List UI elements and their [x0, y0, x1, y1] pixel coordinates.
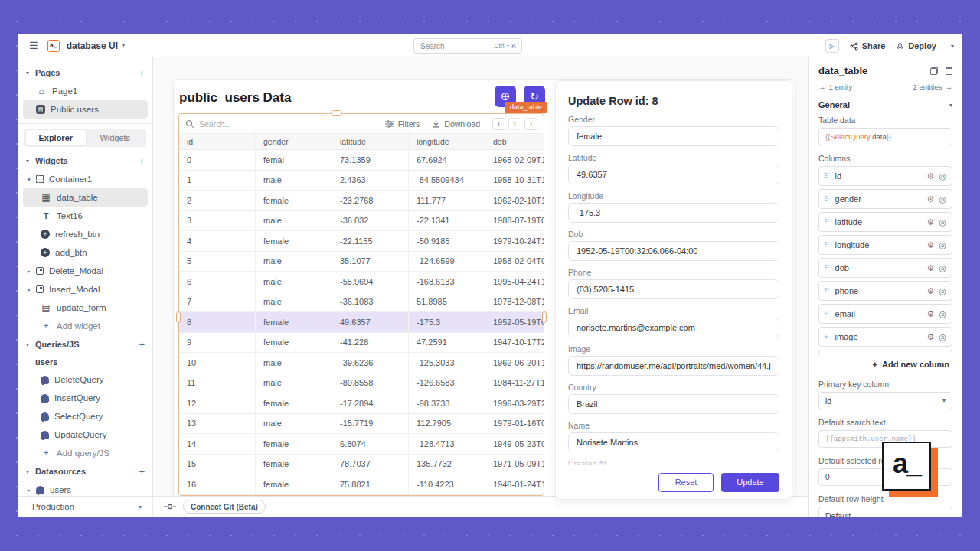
table-row[interactable]: 5male35.1077-124.65991958-02-04T07: [179, 252, 544, 272]
table-cell[interactable]: 1965-02-09T11: [485, 150, 544, 170]
table-cell[interactable]: female: [256, 455, 332, 474]
table-cell[interactable]: -55.9694: [332, 272, 409, 292]
table-row[interactable]: 14female6.8074-128.47131949-05-23T09: [179, 434, 544, 455]
form-field-input[interactable]: [568, 279, 779, 299]
add-query-button[interactable]: +: [139, 339, 145, 350]
primary-key-select[interactable]: id ▾: [818, 392, 952, 409]
gear-icon[interactable]: ⚙: [927, 171, 935, 181]
tree-item[interactable]: refresh_btn: [23, 225, 148, 243]
tree-item[interactable]: ▸ users: [23, 481, 148, 496]
drag-handle-icon[interactable]: ⠿: [825, 264, 830, 272]
table-cell[interactable]: 14: [179, 434, 256, 454]
table-cell[interactable]: 1962-06-20T13: [485, 353, 544, 373]
form-field-input[interactable]: [568, 126, 779, 146]
share-button[interactable]: Share: [850, 41, 886, 51]
pages-section-header[interactable]: ▾ Pages +: [18, 64, 152, 82]
table-cell[interactable]: 11: [179, 373, 256, 393]
table-row[interactable]: 0femal73.135967.69241965-02-09T11: [179, 150, 544, 171]
table-cell[interactable]: 78.7037: [332, 455, 409, 474]
table-row[interactable]: 7male-36.108351.89851978-12-08T10: [179, 292, 544, 313]
gear-icon[interactable]: ⚙: [927, 217, 935, 227]
table-column-header[interactable]: latitude: [332, 134, 409, 149]
table-cell[interactable]: 8: [179, 312, 256, 332]
tree-item[interactable]: Add query/JS: [23, 444, 148, 462]
deploy-menu-chevron-icon[interactable]: ▾: [951, 43, 954, 50]
table-cell[interactable]: male: [256, 373, 332, 393]
add-datasource-button[interactable]: +: [139, 466, 145, 478]
table-cell[interactable]: -41.228: [332, 333, 409, 353]
table-cell[interactable]: 75.8821: [332, 474, 409, 494]
table-cell[interactable]: 51.8985: [409, 292, 485, 312]
drag-handle-icon[interactable]: ⠿: [825, 333, 830, 341]
chevron-icon[interactable]: ▸: [28, 268, 36, 275]
table-cell[interactable]: -23.2768: [332, 191, 409, 210]
tab-widgets[interactable]: Widgets: [86, 130, 145, 145]
tree-item[interactable]: InsertQuery: [23, 389, 148, 407]
add-widget-button[interactable]: +: [139, 155, 145, 167]
eye-icon[interactable]: ◎: [939, 240, 946, 250]
tree-item[interactable]: Public.users: [23, 100, 148, 119]
chevron-icon[interactable]: ▾: [28, 176, 36, 183]
default-row-height-select[interactable]: Default: [818, 507, 952, 517]
table-cell[interactable]: -125.3033: [409, 353, 485, 373]
column-item[interactable]: ⠿ email ⚙ ◎: [818, 304, 952, 324]
chevron-icon[interactable]: ▸: [28, 487, 36, 494]
table-cell[interactable]: -84.5509434: [409, 171, 485, 191]
data-table-widget[interactable]: Search... Filters Download ‹: [178, 113, 544, 496]
add-page-button[interactable]: +: [139, 67, 145, 79]
copy-widget-button[interactable]: [930, 67, 938, 75]
column-item[interactable]: ⠿ phone ⚙ ◎: [818, 281, 952, 301]
table-cell[interactable]: 112.7905: [409, 414, 485, 434]
table-cell[interactable]: -168.6133: [409, 272, 485, 292]
tree-item[interactable]: add_btn: [23, 243, 148, 262]
deploy-button[interactable]: Deploy: [896, 41, 936, 51]
form-field-input[interactable]: [568, 165, 779, 184]
hamburger-menu-icon[interactable]: ☰: [29, 40, 38, 51]
table-cell[interactable]: 9: [179, 333, 256, 353]
prev-page-button[interactable]: ‹: [492, 118, 505, 130]
table-cell[interactable]: 4: [179, 231, 256, 251]
outgoing-entities-link[interactable]: 2 entities→: [913, 83, 952, 91]
gear-icon[interactable]: ⚙: [927, 240, 935, 250]
table-cell[interactable]: 2.4363: [332, 171, 409, 191]
table-column-header[interactable]: dob: [485, 134, 544, 149]
table-row[interactable]: 6male-55.9694-168.61331995-04-24T19: [179, 272, 544, 292]
table-cell[interactable]: 73.1359: [332, 150, 409, 170]
chevron-down-icon[interactable]: ▾: [26, 341, 35, 348]
table-cell[interactable]: 47.2591: [409, 333, 485, 353]
table-cell[interactable]: 1995-04-24T19: [485, 272, 544, 292]
table-column-header[interactable]: id: [179, 134, 256, 149]
gear-icon[interactable]: ⚙: [927, 194, 935, 204]
incoming-entities-link[interactable]: →1 entity: [818, 83, 852, 91]
table-cell[interactable]: -128.4713: [409, 434, 485, 454]
table-cell[interactable]: female: [256, 333, 332, 353]
app-name[interactable]: database UI: [67, 41, 118, 51]
table-data-binding-input[interactable]: {{SelectQuery.data}}: [818, 128, 952, 145]
table-cell[interactable]: 1952-05-19T04: [485, 312, 544, 332]
gear-icon[interactable]: ⚙: [927, 309, 935, 319]
table-cell[interactable]: -22.1155: [332, 231, 409, 251]
filters-button[interactable]: Filters: [385, 119, 420, 129]
column-item[interactable]: ⠿ id ⚙ ◎: [818, 166, 952, 186]
table-cell[interactable]: male: [256, 171, 332, 191]
tree-item[interactable]: data_table: [23, 188, 148, 207]
table-cell[interactable]: 111.777: [409, 191, 485, 210]
chevron-down-icon[interactable]: ▾: [122, 42, 125, 49]
resize-handle-right[interactable]: [542, 311, 547, 323]
tree-item[interactable]: SelectQuery: [23, 407, 148, 425]
drag-handle-icon[interactable]: ⠿: [825, 241, 830, 249]
table-cell[interactable]: 5: [179, 252, 256, 272]
column-item[interactable]: ⠿ dob ⚙ ◎: [818, 258, 952, 278]
tree-item[interactable]: Text16: [23, 207, 148, 225]
column-item[interactable]: ⠿ latitude ⚙ ◎: [818, 212, 952, 232]
table-row[interactable]: 2female-23.2768111.7771962-02-10T10: [179, 191, 544, 211]
table-cell[interactable]: 67.6924: [409, 150, 485, 170]
table-cell[interactable]: male: [256, 414, 332, 434]
drag-handle-icon[interactable]: ⠿: [825, 310, 830, 318]
table-cell[interactable]: 1946-01-24T18: [485, 474, 544, 494]
form-field-input[interactable]: [568, 432, 779, 452]
table-row[interactable]: 1male2.4363-84.55094341958-10-31T17: [179, 171, 544, 191]
column-item[interactable]: ⠿ longitude ⚙ ◎: [818, 235, 952, 255]
table-row[interactable]: 8female49.6357-175.31952-05-19T04: [179, 312, 544, 333]
table-cell[interactable]: female: [256, 474, 332, 494]
